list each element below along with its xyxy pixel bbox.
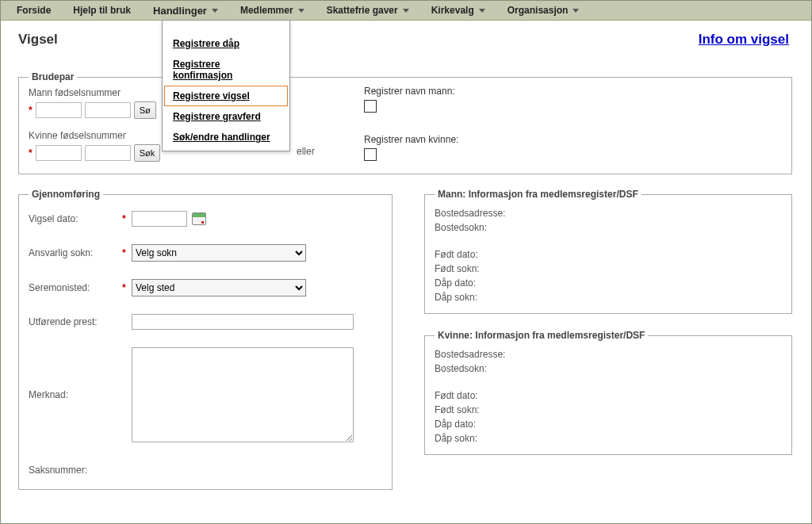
menu-hjelp[interactable]: Hjelp til bruk	[73, 5, 131, 16]
mann-sok-button[interactable]: Sø	[134, 101, 156, 119]
seremonisted-select[interactable]: Velg sted	[132, 279, 306, 296]
kvinne-dap-dato: Dåp dato:	[435, 419, 782, 430]
dropdown-registrere-konfirmasjon[interactable]: Registrere konfirmasjon	[164, 54, 288, 86]
ansvarlig-sokn-select[interactable]: Velg sokn	[132, 244, 306, 262]
registrer-navn-kvinne-checkbox[interactable]	[364, 148, 377, 161]
menu-handlinger[interactable]: Handlinger	[153, 5, 218, 17]
required-spacer	[122, 389, 132, 400]
gjennomforing-fieldset: Gjennomføring Vigsel dato: * Ansvarlig s…	[18, 189, 393, 490]
chevron-down-icon	[403, 9, 409, 13]
merknad-label: Merknad:	[29, 389, 122, 400]
registrer-navn-kvinne-label: Registrer navn kvinne:	[364, 134, 458, 145]
menu-kirkevalg[interactable]: Kirkevalg	[431, 5, 485, 16]
calendar-icon[interactable]	[192, 212, 206, 225]
chevron-down-icon	[212, 9, 218, 13]
mann-dap-dato: Dåp dato:	[435, 277, 782, 289]
kvinne-info-fieldset: Kvinne: Informasjon fra medlemsregister/…	[424, 330, 792, 455]
mann-fodt-dato: Født dato:	[435, 249, 782, 260]
dropdown-registrere-dap[interactable]: Registrere dåp	[164, 33, 288, 54]
required-marker: *	[29, 147, 33, 159]
saksnummer-label: Saksnummer:	[29, 465, 122, 476]
chevron-down-icon	[298, 9, 304, 13]
mann-bostedsadresse: Bostedsadresse:	[435, 208, 782, 219]
brudepar-fieldset: Brudepar Mann fødselsnummer * Sø Kvinne …	[18, 71, 792, 174]
menu-label: Handlinger	[153, 5, 207, 17]
kvinne-sok-button[interactable]: Søk	[134, 144, 161, 162]
kvinne-dap-sokn: Dåp sokn:	[435, 433, 782, 444]
menu-label: Organisasjon	[508, 5, 569, 16]
utforende-prest-input[interactable]	[132, 314, 354, 330]
menu-medlemmer[interactable]: Medlemmer	[240, 5, 304, 16]
vigsel-dato-label: Vigsel dato:	[29, 213, 122, 224]
mann-fnr-input-1[interactable]	[36, 102, 82, 118]
eller-label: eller	[297, 146, 315, 157]
ansvarlig-sokn-label: Ansvarlig sokn:	[29, 247, 122, 258]
mann-fnr-input-2[interactable]	[85, 102, 131, 118]
handlinger-dropdown: Registrere dåp Registrere konfirmasjon R…	[162, 20, 290, 151]
menu-label: Forside	[17, 5, 51, 16]
vigsel-dato-input[interactable]	[132, 211, 187, 227]
kvinne-fodt-dato: Født dato:	[435, 390, 782, 401]
brudepar-legend: Brudepar	[29, 71, 77, 82]
info-om-vigsel-link[interactable]: Info om vigsel	[699, 32, 789, 48]
mann-fodt-sokn: Født sokn:	[435, 263, 782, 274]
registrer-navn-mann-label: Registrer navn mann:	[364, 86, 458, 97]
lower-columns: Gjennomføring Vigsel dato: * Ansvarlig s…	[18, 189, 792, 490]
kvinne-fodt-sokn: Født sokn:	[435, 404, 782, 415]
kvinne-bostedsadresse: Bostedsadresse:	[435, 349, 782, 360]
kvinne-bostedsokn: Bostedsokn:	[435, 363, 782, 374]
menu-label: Kirkevalg	[431, 5, 474, 16]
registrer-navn-mann-checkbox[interactable]	[364, 100, 377, 113]
mann-bostedsokn: Bostedsokn:	[435, 222, 782, 233]
chevron-down-icon	[573, 9, 579, 13]
menu-label: Hjelp til bruk	[73, 5, 131, 16]
required-spacer	[122, 316, 132, 327]
required-marker: *	[122, 247, 132, 258]
menu-forside[interactable]: Forside	[17, 5, 51, 16]
menu-label: Medlemmer	[240, 5, 293, 16]
required-marker: *	[122, 282, 132, 293]
seremonisted-label: Seremonisted:	[29, 282, 122, 293]
menu-label: Skattefrie gaver	[327, 5, 398, 16]
dropdown-sok-endre-handlinger[interactable]: Søk/endre handlinger	[164, 127, 288, 147]
right-column: Mann: Informasjon fra medlemsregister/DS…	[424, 189, 792, 490]
merknad-textarea[interactable]	[132, 347, 354, 442]
menu-skattefrie-gaver[interactable]: Skattefrie gaver	[327, 5, 409, 16]
menubar: Forside Hjelp til bruk Handlinger Medlem…	[1, 1, 811, 21]
brudepar-right: Registrer navn mann: Registrer navn kvin…	[364, 86, 458, 182]
dropdown-registrere-gravferd[interactable]: Registrere gravferd	[164, 106, 288, 127]
gjennomforing-legend: Gjennomføring	[29, 189, 103, 200]
kvinne-fnr-input-2[interactable]	[85, 145, 131, 161]
required-marker: *	[122, 213, 132, 224]
kvinne-info-legend: Kvinne: Informasjon fra medlemsregister/…	[435, 330, 648, 341]
chevron-down-icon	[479, 9, 485, 13]
content: Vigsel Info om vigsel Brudepar Mann føds…	[1, 21, 811, 490]
mann-dap-sokn: Dåp sokn:	[435, 292, 782, 303]
mann-info-fieldset: Mann: Informasjon fra medlemsregister/DS…	[424, 189, 792, 314]
page-title: Vigsel	[18, 32, 794, 48]
utforende-prest-label: Utførende prest:	[29, 316, 122, 327]
mann-info-legend: Mann: Informasjon fra medlemsregister/DS…	[435, 189, 642, 200]
kvinne-fnr-input-1[interactable]	[36, 145, 82, 161]
dropdown-registrere-vigsel[interactable]: Registrere vigsel	[164, 86, 288, 106]
menu-organisasjon[interactable]: Organisasjon	[508, 5, 580, 16]
required-marker: *	[29, 105, 33, 116]
